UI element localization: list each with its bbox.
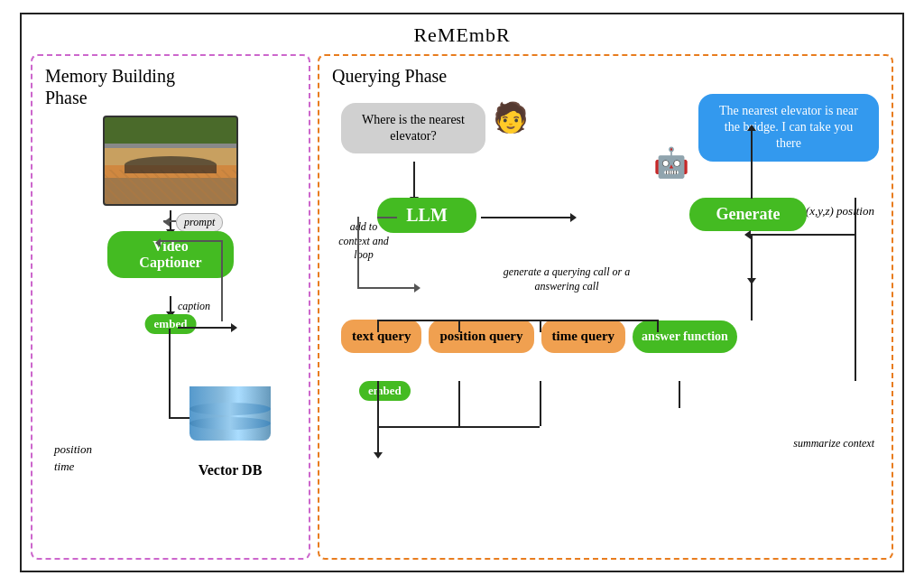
add-context-label: add to context and loop (337, 220, 391, 263)
page-title: ReMEmbR (31, 23, 893, 47)
arrow-generate-down (751, 234, 753, 279)
prompt-loop-top (158, 240, 223, 242)
vector-db-cylinder: Vector DB (189, 377, 271, 478)
arrow-llm-to-generate (481, 217, 571, 218)
line-from-text-bottom (377, 381, 379, 426)
answer-bubble: The nearest elevator is near the bridge.… (698, 94, 879, 162)
main-container: ReMEmbR Memory BuildingPhase (20, 13, 904, 572)
caption-text: caption (178, 297, 210, 313)
horiz-right-top (750, 234, 856, 236)
vert-line-embed (169, 329, 171, 419)
video-thumbnail (103, 116, 238, 209)
line-to-position (458, 320, 460, 332)
querying-inner: Where is the nearest elevator? 🧑 The nea… (332, 94, 879, 536)
prompt-label: prompt (176, 213, 223, 232)
line-to-answer-fn (657, 320, 659, 332)
arrow-captioner-to-embed (170, 296, 171, 312)
line-to-text (377, 320, 379, 332)
llm-box: LLM (377, 198, 476, 233)
answer-area: The nearest elevator is near the bridge.… (698, 94, 879, 162)
time-query-box: time query (541, 320, 626, 353)
loop-vert-left (357, 217, 359, 289)
prompt-loop-line (221, 240, 223, 321)
vert-line-generate (751, 279, 753, 320)
line-answer-fn-bottom (679, 381, 680, 408)
answer-function-box: answer function (633, 320, 737, 353)
embed-box-2: embed (359, 381, 411, 401)
embed-box: embed (145, 314, 197, 334)
memory-inner: prompt VideoCaptioner caption (45, 116, 296, 558)
line-answer-fn-right (855, 234, 856, 342)
line-right-to-generate (855, 198, 856, 236)
loop-horiz-left (377, 217, 397, 218)
phases-row: Memory BuildingPhase prompt (31, 54, 893, 560)
arrow-generate-to-answer (751, 130, 753, 199)
question-area: Where is the nearest elevator? 🧑 (341, 103, 529, 153)
prompt-loop-arrow (155, 238, 161, 247)
line-to-time (540, 320, 541, 332)
summarize-label: summarize context (793, 437, 874, 451)
arrow-q-to-llm (413, 162, 415, 198)
line-from-pos-bottom (458, 381, 460, 426)
memory-phase-title: Memory BuildingPhase (45, 65, 296, 108)
position-query-box: position query (429, 320, 533, 353)
robot-emoji: 🤖 (653, 148, 689, 177)
generate-box: Generate (689, 198, 807, 231)
generate-query-label: generate a querying call or a answering … (485, 265, 648, 293)
position-time-label: positiontime (54, 441, 92, 475)
horiz-join-bottom (377, 426, 540, 428)
loop-horiz-bottom (357, 287, 415, 289)
line-from-time-bottom (540, 381, 541, 426)
text-query-box: text query (341, 320, 421, 353)
video-captioner-box: VideoCaptioner (107, 231, 234, 278)
question-bubble: Where is the nearest elevator? (341, 103, 485, 153)
horiz-line-query-boxes (377, 320, 657, 321)
line-down-to-exit (377, 426, 379, 453)
line-answer-fn-right-lower (855, 342, 856, 381)
person-emoji: 🧑 (493, 103, 529, 132)
memory-phase: Memory BuildingPhase prompt (31, 54, 310, 560)
querying-phase: Querying Phase Where is the nearest elev… (318, 54, 893, 560)
arrow-embed-to-db (178, 327, 232, 329)
querying-phase-title: Querying Phase (332, 65, 879, 87)
